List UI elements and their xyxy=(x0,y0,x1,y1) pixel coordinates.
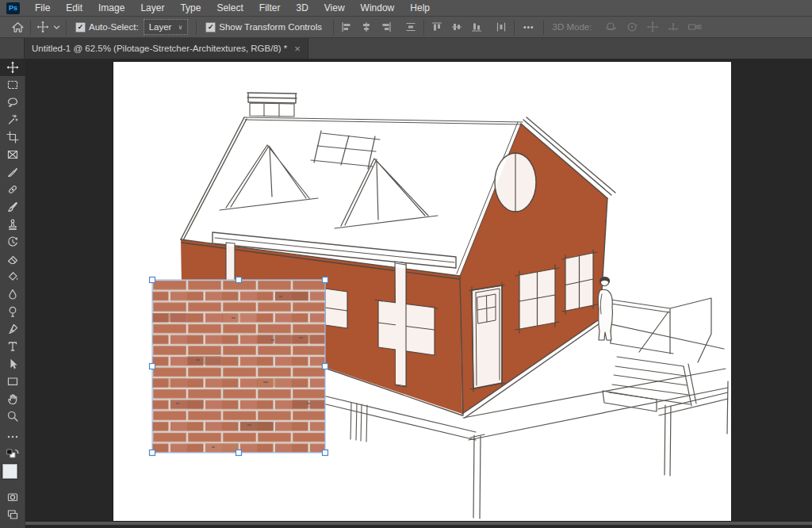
canvas-area[interactable] xyxy=(25,59,812,528)
tool-preset-chevron-icon[interactable] xyxy=(53,25,60,30)
blur-tool[interactable] xyxy=(0,285,25,303)
menu-bar: Ps FileEditImageLayerTypeSelectFilter3DV… xyxy=(0,0,812,17)
rectangular-marquee-tool[interactable] xyxy=(0,76,25,94)
distribute-vertical-centers-icon[interactable] xyxy=(405,21,416,33)
foreground-background-swatches[interactable] xyxy=(1,463,25,488)
mode-3d-group: 3D Mode: xyxy=(550,21,703,33)
3d-slide-icon xyxy=(667,21,680,33)
separator xyxy=(543,20,544,35)
separator xyxy=(423,20,424,35)
crop-tool[interactable] xyxy=(0,128,25,146)
menu-item-file[interactable]: File xyxy=(27,0,58,16)
3d-pan-icon xyxy=(646,21,659,33)
separator xyxy=(66,20,67,35)
show-transform-controls-label: Show Transform Controls xyxy=(219,22,322,32)
home-icon[interactable] xyxy=(11,21,25,34)
photoshop-logo-text: Ps xyxy=(9,4,17,12)
brush-tool[interactable] xyxy=(0,198,25,216)
auto-select-target-dropdown[interactable]: Layer ∨ xyxy=(144,19,189,35)
mode-3d-label: 3D Mode: xyxy=(553,22,592,32)
screen-mode-button[interactable] xyxy=(0,506,25,523)
paint-bucket-tool[interactable] xyxy=(0,268,25,285)
distribute-horizontal-centers-icon[interactable] xyxy=(496,21,507,33)
separator xyxy=(196,20,197,35)
auto-select-target-value: Layer xyxy=(149,22,172,32)
menu-item-filter[interactable]: Filter xyxy=(251,0,289,16)
menu-item-help[interactable]: Help xyxy=(402,0,438,16)
tools-panel xyxy=(0,59,25,528)
align-left-edges-icon[interactable] xyxy=(341,21,352,33)
quick-mask-mode-button[interactable] xyxy=(0,488,25,506)
clone-stamp-tool[interactable] xyxy=(0,216,25,233)
tab-close-icon[interactable]: × xyxy=(294,44,301,54)
3d-orbit-icon xyxy=(604,21,618,33)
menu-item-layer[interactable]: Layer xyxy=(132,0,172,16)
brick-texture-layer[interactable] xyxy=(150,277,328,456)
photoshop-logo-icon[interactable]: Ps xyxy=(6,2,20,14)
alignment-tools xyxy=(341,20,507,35)
menu-item-select[interactable]: Select xyxy=(209,0,251,16)
house-sketch-artwork xyxy=(113,62,731,521)
edit-toolbar-icon[interactable] xyxy=(0,428,25,446)
align-top-edges-icon[interactable] xyxy=(431,21,442,33)
menu-item-window[interactable]: Window xyxy=(353,0,403,16)
align-bottom-edges-icon[interactable] xyxy=(471,21,482,33)
transform-handle-middle-right[interactable] xyxy=(323,364,328,369)
auto-select-label: Auto-Select: xyxy=(89,22,139,32)
auto-select-checkbox[interactable]: ✓ xyxy=(75,22,86,33)
photoshop-window: Ps FileEditImageLayerTypeSelectFilter3DV… xyxy=(0,0,812,528)
separator xyxy=(514,20,515,35)
lasso-tool[interactable] xyxy=(0,94,25,111)
move-tool-preset-icon[interactable] xyxy=(36,21,49,33)
foreground-color-swatch[interactable] xyxy=(2,464,17,479)
3d-roll-icon xyxy=(626,21,638,33)
menu: FileEditImageLayerTypeSelectFilter3DView… xyxy=(27,0,438,16)
frame-tool[interactable] xyxy=(0,146,25,163)
transform-handle-bottom-right[interactable] xyxy=(323,450,328,456)
healing-brush-tool[interactable] xyxy=(0,181,25,198)
path-selection-tool[interactable] xyxy=(0,355,25,373)
dodge-tool[interactable] xyxy=(0,303,25,320)
document-canvas[interactable] xyxy=(113,62,731,521)
align-right-edges-icon[interactable] xyxy=(381,21,392,33)
chevron-down-icon: ∨ xyxy=(178,24,182,31)
pen-tool[interactable] xyxy=(0,320,25,338)
workspace xyxy=(0,59,812,528)
transform-handle-top-left[interactable] xyxy=(150,277,155,283)
menu-item-type[interactable]: Type xyxy=(172,0,209,16)
align-horizontal-centers-icon[interactable] xyxy=(361,21,372,33)
options-bar: ✓ Auto-Select: Layer ∨ ✓ Show Transform … xyxy=(0,17,812,38)
transform-handle-top-center[interactable] xyxy=(236,277,242,283)
document-tab-title: Untitled-1 @ 62.5% (Pilotage-Stretcher-A… xyxy=(32,44,287,53)
transform-handle-bottom-left[interactable] xyxy=(150,450,155,456)
transform-handle-middle-left[interactable] xyxy=(150,364,155,369)
transform-handle-bottom-center[interactable] xyxy=(236,450,242,456)
tab-bar: Untitled-1 @ 62.5% (Pilotage-Stretcher-A… xyxy=(0,38,812,59)
menu-item-edit[interactable]: Edit xyxy=(58,0,90,16)
transform-handle-top-right[interactable] xyxy=(323,277,328,283)
eyedropper-tool[interactable] xyxy=(0,163,25,181)
rectangle-tool[interactable] xyxy=(0,373,25,390)
menu-item-image[interactable]: Image xyxy=(90,0,132,16)
history-brush-tool[interactable] xyxy=(0,233,25,251)
zoom-tool[interactable] xyxy=(0,407,25,425)
eraser-tool[interactable] xyxy=(0,251,25,268)
hand-tool[interactable] xyxy=(0,390,25,407)
object-selection-tool[interactable] xyxy=(0,111,25,128)
default-colors-icon[interactable] xyxy=(0,446,25,463)
document-tab[interactable]: Untitled-1 @ 62.5% (Pilotage-Stretcher-A… xyxy=(24,38,308,59)
separator xyxy=(30,20,31,35)
type-tool[interactable] xyxy=(0,338,25,355)
more-align-options-icon[interactable]: ••• xyxy=(523,23,534,32)
checkmark-icon: ✓ xyxy=(208,24,214,31)
move-tool[interactable] xyxy=(0,59,25,76)
menu-item-view[interactable]: View xyxy=(316,0,353,16)
checkmark-icon: ✓ xyxy=(78,24,84,31)
bottom-scroll-strip[interactable] xyxy=(25,522,812,525)
align-vertical-centers-icon[interactable] xyxy=(451,21,462,33)
show-transform-controls-checkbox[interactable]: ✓ xyxy=(205,22,216,33)
3d-dolly-camera-icon xyxy=(688,21,702,33)
separator xyxy=(333,20,334,35)
menu-item-3d[interactable]: 3D xyxy=(288,0,316,16)
